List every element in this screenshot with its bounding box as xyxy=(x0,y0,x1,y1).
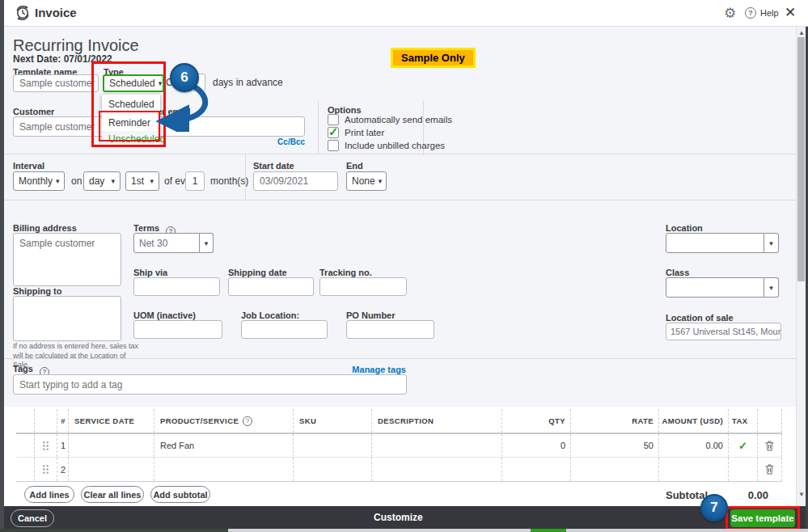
row1-service-date-cell[interactable] xyxy=(68,434,154,457)
row1-drag-handle[interactable] xyxy=(34,434,57,457)
chevron-down-icon: ▾ xyxy=(205,239,209,247)
row2-service-date-cell[interactable] xyxy=(68,458,154,481)
bottom-strip-right xyxy=(566,529,808,532)
add-lines-button[interactable]: Add lines xyxy=(24,486,74,503)
interval-frequency-value: Monthly xyxy=(19,175,53,187)
dialog-title: Invoice xyxy=(35,6,77,19)
tax-check-icon: ✓ xyxy=(738,440,747,452)
class-label: Class xyxy=(666,268,689,277)
interval-frequency-select[interactable]: Monthly ▾ xyxy=(13,171,65,191)
clear-all-lines-button[interactable]: Clear all lines xyxy=(81,486,144,503)
months-label: month(s) xyxy=(210,175,248,187)
row2-delete-button[interactable] xyxy=(757,458,782,481)
row1-product-cell[interactable]: Red Fan xyxy=(154,434,293,457)
location-of-sale-input[interactable]: 1567 Universal St145, Mountain Vi xyxy=(666,323,781,340)
interval-unit-select[interactable]: day ▾ xyxy=(83,171,121,191)
header-service-date: SERVICE DATE xyxy=(68,409,154,433)
start-date-input[interactable]: 03/09/2021 xyxy=(253,171,338,191)
shipping-to-textarea[interactable] xyxy=(13,296,121,341)
terms-label-text: Terms xyxy=(133,223,159,233)
help-icon[interactable]: ? xyxy=(745,7,756,19)
line-items-table: # SERVICE DATE PRODUCT/SERVICE ? SKU DES… xyxy=(16,409,782,482)
print-later-checkbox[interactable] xyxy=(328,127,339,138)
header-amount: AMOUNT (USD) xyxy=(658,409,728,433)
terms-select[interactable]: Net 30 xyxy=(133,233,200,253)
interval-count-input[interactable]: 1 xyxy=(185,171,205,191)
help-label[interactable]: Help xyxy=(760,8,779,18)
gear-icon[interactable]: ⚙ xyxy=(724,5,736,22)
class-select[interactable] xyxy=(666,277,764,298)
interval-ordinal-select[interactable]: 1st ▾ xyxy=(125,171,159,191)
location-select[interactable] xyxy=(666,233,764,253)
po-number-input[interactable] xyxy=(346,320,434,339)
row1-description-cell[interactable] xyxy=(371,434,501,457)
subtotal-value: 0.00 xyxy=(720,489,768,501)
scrollbar-thumb[interactable] xyxy=(797,37,805,281)
drag-handle-icon xyxy=(42,441,49,451)
product-service-help-icon[interactable]: ? xyxy=(243,416,252,426)
template-name-value: Sample customer xyxy=(19,78,95,89)
close-icon[interactable]: ✕ xyxy=(785,4,796,21)
row2-sku-cell[interactable] xyxy=(293,458,371,481)
row2-tax-cell[interactable] xyxy=(728,458,757,481)
interval-ordinal-value: 1st xyxy=(131,175,144,187)
row1-sku-cell[interactable] xyxy=(293,434,371,457)
template-name-input[interactable]: Sample customer xyxy=(13,74,99,92)
type-option-unscheduled[interactable]: Unscheduled xyxy=(102,131,160,147)
row1-delete-button[interactable] xyxy=(757,434,782,457)
row2-drag-handle[interactable] xyxy=(34,458,57,481)
shipping-date-input[interactable] xyxy=(228,277,314,296)
row2-qty-cell[interactable] xyxy=(501,458,570,481)
job-location-input[interactable] xyxy=(241,320,328,339)
subtotal-label: Subtotal xyxy=(643,489,708,501)
end-select[interactable]: None ▾ xyxy=(346,171,387,191)
start-date-label: Start date xyxy=(253,161,294,171)
row-spacer xyxy=(16,434,34,457)
recurring-invoice-icon xyxy=(15,5,31,24)
location-dropdown-button[interactable]: ▾ xyxy=(764,233,779,253)
row1-amount-cell[interactable]: 0.00 xyxy=(658,434,728,457)
end-label: End xyxy=(346,161,363,171)
row1-tax-cell[interactable]: ✓ xyxy=(728,434,757,457)
divider-row2 xyxy=(4,200,796,201)
billing-address-textarea[interactable]: Sample customer xyxy=(13,233,121,286)
chevron-down-icon: ▾ xyxy=(379,177,383,185)
tracking-no-label: Tracking no. xyxy=(319,268,372,277)
option-print-later: Print later xyxy=(328,127,384,138)
uom-input[interactable] xyxy=(133,320,222,339)
row2-amount-cell[interactable] xyxy=(658,458,728,481)
row2-description-cell[interactable] xyxy=(371,458,501,481)
row1-qty-cell[interactable]: 0 xyxy=(501,434,570,457)
cancel-button[interactable]: Cancel xyxy=(11,509,54,527)
print-later-label: Print later xyxy=(345,128,384,137)
row1-rate-cell[interactable]: 50 xyxy=(570,434,658,457)
header-spacer xyxy=(16,409,34,433)
save-template-button[interactable]: Save template xyxy=(730,509,795,527)
manage-tags-link[interactable]: Manage tags xyxy=(340,365,406,374)
header-qty: QTY xyxy=(501,409,570,433)
interval-count-value: 1 xyxy=(192,175,198,187)
terms-dropdown-button[interactable]: ▾ xyxy=(200,233,214,253)
unbilled-charges-checkbox[interactable] xyxy=(328,140,339,151)
customer-value: Sample customer xyxy=(19,121,95,133)
tracking-no-input[interactable] xyxy=(319,277,407,296)
cc-bcc-link[interactable]: Cc/Bcc xyxy=(248,137,305,146)
row2-rate-cell[interactable] xyxy=(570,458,658,481)
scrollbar-down-icon[interactable]: ▼ xyxy=(798,491,805,498)
ship-via-input[interactable] xyxy=(133,277,220,296)
header-tax: TAX xyxy=(728,409,757,433)
row2-product-cell[interactable] xyxy=(154,458,293,481)
customize-button[interactable]: Customize xyxy=(374,512,423,523)
chevron-down-icon: ▾ xyxy=(111,177,115,185)
class-dropdown-button[interactable]: ▾ xyxy=(764,277,779,298)
add-subtotal-button[interactable]: Add subtotal xyxy=(150,486,210,503)
auto-send-emails-checkbox[interactable] xyxy=(328,114,339,125)
table-row: 2 xyxy=(16,458,782,482)
billing-address-label: Billing address xyxy=(13,223,77,233)
interval-unit-value: day xyxy=(89,175,104,187)
tags-input[interactable] xyxy=(13,374,407,395)
scrollbar-up-icon[interactable]: ▲ xyxy=(798,29,805,36)
page-title: Recurring Invoice xyxy=(13,36,139,55)
terms-value: Net 30 xyxy=(139,238,167,249)
divider-row1 xyxy=(4,154,796,154)
